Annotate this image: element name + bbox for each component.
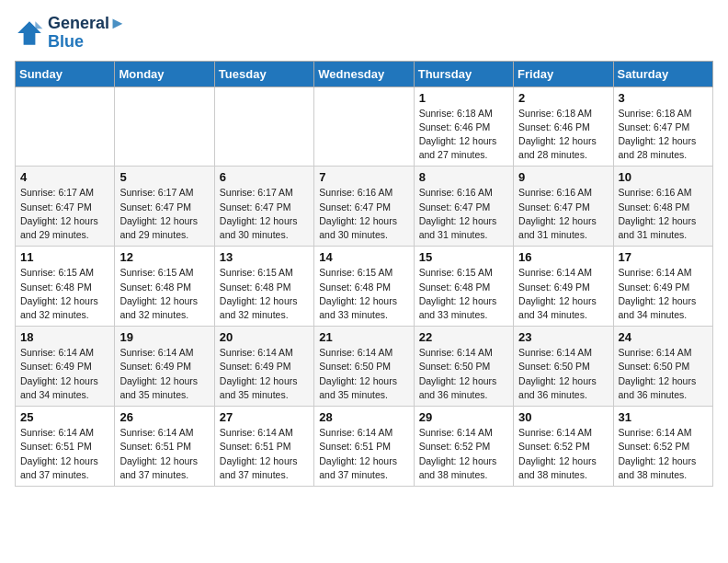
- week-row-1: 1Sunrise: 6:18 AMSunset: 6:46 PMDaylight…: [16, 86, 713, 167]
- day-cell: 25Sunrise: 6:14 AMSunset: 6:51 PMDayligh…: [16, 407, 115, 487]
- day-cell: [115, 86, 214, 167]
- day-cell: 18Sunrise: 6:14 AMSunset: 6:49 PMDayligh…: [16, 327, 115, 407]
- day-cell: [314, 86, 414, 167]
- day-info: Sunrise: 6:15 AMSunset: 6:48 PMDaylight:…: [419, 266, 508, 322]
- weekday-header-monday: Monday: [115, 61, 214, 86]
- week-row-4: 18Sunrise: 6:14 AMSunset: 6:49 PMDayligh…: [16, 327, 713, 407]
- day-cell: 4Sunrise: 6:17 AMSunset: 6:47 PMDaylight…: [16, 167, 115, 247]
- day-number: 19: [119, 330, 209, 344]
- week-row-5: 25Sunrise: 6:14 AMSunset: 6:51 PMDayligh…: [16, 407, 713, 487]
- day-cell: 12Sunrise: 6:15 AMSunset: 6:48 PMDayligh…: [115, 247, 214, 327]
- day-cell: 11Sunrise: 6:15 AMSunset: 6:48 PMDayligh…: [16, 247, 115, 327]
- day-cell: 27Sunrise: 6:14 AMSunset: 6:51 PMDayligh…: [214, 407, 313, 487]
- page-header: General► Blue: [15, 15, 713, 52]
- day-cell: 5Sunrise: 6:17 AMSunset: 6:47 PMDaylight…: [115, 167, 214, 247]
- day-number: 18: [20, 330, 109, 344]
- day-number: 24: [619, 330, 708, 344]
- day-info: Sunrise: 6:14 AMSunset: 6:51 PMDaylight:…: [119, 426, 209, 482]
- day-cell: 24Sunrise: 6:14 AMSunset: 6:50 PMDayligh…: [613, 327, 712, 407]
- svg-marker-1: [35, 21, 42, 29]
- day-cell: 14Sunrise: 6:15 AMSunset: 6:48 PMDayligh…: [314, 247, 414, 327]
- day-cell: 28Sunrise: 6:14 AMSunset: 6:51 PMDayligh…: [314, 407, 414, 487]
- day-info: Sunrise: 6:16 AMSunset: 6:48 PMDaylight:…: [619, 186, 708, 242]
- day-info: Sunrise: 6:16 AMSunset: 6:47 PMDaylight:…: [319, 186, 408, 242]
- day-cell: 3Sunrise: 6:18 AMSunset: 6:47 PMDaylight…: [613, 86, 712, 167]
- day-info: Sunrise: 6:14 AMSunset: 6:49 PMDaylight:…: [518, 266, 608, 322]
- day-info: Sunrise: 6:14 AMSunset: 6:52 PMDaylight:…: [619, 426, 708, 482]
- day-number: 15: [419, 250, 508, 264]
- weekday-header-tuesday: Tuesday: [214, 61, 313, 86]
- day-cell: 6Sunrise: 6:17 AMSunset: 6:47 PMDaylight…: [214, 167, 313, 247]
- day-info: Sunrise: 6:14 AMSunset: 6:51 PMDaylight:…: [220, 426, 309, 482]
- day-cell: 29Sunrise: 6:14 AMSunset: 6:52 PMDayligh…: [414, 407, 513, 487]
- day-number: 5: [119, 170, 209, 184]
- day-number: 14: [319, 250, 408, 264]
- day-number: 12: [119, 250, 209, 264]
- day-cell: 31Sunrise: 6:14 AMSunset: 6:52 PMDayligh…: [613, 407, 712, 487]
- week-row-3: 11Sunrise: 6:15 AMSunset: 6:48 PMDayligh…: [16, 247, 713, 327]
- day-info: Sunrise: 6:14 AMSunset: 6:49 PMDaylight:…: [20, 346, 109, 402]
- day-number: 2: [518, 91, 608, 105]
- day-cell: 21Sunrise: 6:14 AMSunset: 6:50 PMDayligh…: [314, 327, 414, 407]
- day-cell: 16Sunrise: 6:14 AMSunset: 6:49 PMDayligh…: [514, 247, 613, 327]
- weekday-header-row: SundayMondayTuesdayWednesdayThursdayFrid…: [16, 61, 713, 86]
- day-info: Sunrise: 6:14 AMSunset: 6:51 PMDaylight:…: [20, 426, 109, 482]
- day-info: Sunrise: 6:14 AMSunset: 6:50 PMDaylight:…: [419, 346, 508, 402]
- day-number: 25: [20, 410, 109, 424]
- day-number: 6: [220, 170, 309, 184]
- day-info: Sunrise: 6:18 AMSunset: 6:46 PMDaylight:…: [419, 107, 508, 163]
- day-info: Sunrise: 6:15 AMSunset: 6:48 PMDaylight:…: [119, 266, 209, 322]
- day-number: 7: [319, 170, 408, 184]
- day-cell: 10Sunrise: 6:16 AMSunset: 6:48 PMDayligh…: [613, 167, 712, 247]
- day-info: Sunrise: 6:16 AMSunset: 6:47 PMDaylight:…: [518, 186, 608, 242]
- weekday-header-sunday: Sunday: [16, 61, 115, 86]
- logo: General► Blue: [15, 15, 126, 52]
- day-number: 16: [518, 250, 608, 264]
- day-number: 20: [220, 330, 309, 344]
- day-cell: 15Sunrise: 6:15 AMSunset: 6:48 PMDayligh…: [414, 247, 513, 327]
- day-info: Sunrise: 6:14 AMSunset: 6:49 PMDaylight:…: [220, 346, 309, 402]
- weekday-header-thursday: Thursday: [414, 61, 513, 86]
- day-number: 29: [419, 410, 508, 424]
- day-number: 17: [619, 250, 708, 264]
- day-number: 21: [319, 330, 408, 344]
- day-info: Sunrise: 6:14 AMSunset: 6:49 PMDaylight:…: [619, 266, 708, 322]
- day-info: Sunrise: 6:18 AMSunset: 6:47 PMDaylight:…: [619, 107, 708, 163]
- day-number: 4: [20, 170, 109, 184]
- day-number: 31: [619, 410, 708, 424]
- weekday-header-wednesday: Wednesday: [314, 61, 414, 86]
- day-info: Sunrise: 6:15 AMSunset: 6:48 PMDaylight:…: [319, 266, 408, 322]
- day-info: Sunrise: 6:14 AMSunset: 6:50 PMDaylight:…: [319, 346, 408, 402]
- day-info: Sunrise: 6:17 AMSunset: 6:47 PMDaylight:…: [20, 186, 109, 242]
- day-number: 23: [518, 330, 608, 344]
- day-cell: 8Sunrise: 6:16 AMSunset: 6:47 PMDaylight…: [414, 167, 513, 247]
- day-cell: 19Sunrise: 6:14 AMSunset: 6:49 PMDayligh…: [115, 327, 214, 407]
- day-number: 27: [220, 410, 309, 424]
- day-info: Sunrise: 6:15 AMSunset: 6:48 PMDaylight:…: [220, 266, 309, 322]
- day-cell: 13Sunrise: 6:15 AMSunset: 6:48 PMDayligh…: [214, 247, 313, 327]
- day-cell: 2Sunrise: 6:18 AMSunset: 6:46 PMDaylight…: [514, 86, 613, 167]
- weekday-header-saturday: Saturday: [613, 61, 712, 86]
- day-info: Sunrise: 6:17 AMSunset: 6:47 PMDaylight:…: [220, 186, 309, 242]
- calendar-table: SundayMondayTuesdayWednesdayThursdayFrid…: [15, 61, 713, 487]
- day-cell: 30Sunrise: 6:14 AMSunset: 6:52 PMDayligh…: [514, 407, 613, 487]
- day-cell: 26Sunrise: 6:14 AMSunset: 6:51 PMDayligh…: [115, 407, 214, 487]
- day-info: Sunrise: 6:18 AMSunset: 6:46 PMDaylight:…: [518, 107, 608, 163]
- day-cell: 23Sunrise: 6:14 AMSunset: 6:50 PMDayligh…: [514, 327, 613, 407]
- day-number: 8: [419, 170, 508, 184]
- day-number: 26: [119, 410, 209, 424]
- day-number: 10: [619, 170, 708, 184]
- day-cell: 22Sunrise: 6:14 AMSunset: 6:50 PMDayligh…: [414, 327, 513, 407]
- day-number: 30: [518, 410, 608, 424]
- day-info: Sunrise: 6:14 AMSunset: 6:52 PMDaylight:…: [419, 426, 508, 482]
- day-info: Sunrise: 6:14 AMSunset: 6:51 PMDaylight:…: [319, 426, 408, 482]
- day-cell: [214, 86, 313, 167]
- day-info: Sunrise: 6:16 AMSunset: 6:47 PMDaylight:…: [419, 186, 508, 242]
- weekday-header-friday: Friday: [514, 61, 613, 86]
- day-number: 1: [419, 91, 508, 105]
- day-info: Sunrise: 6:14 AMSunset: 6:49 PMDaylight:…: [119, 346, 209, 402]
- day-info: Sunrise: 6:15 AMSunset: 6:48 PMDaylight:…: [20, 266, 109, 322]
- day-info: Sunrise: 6:14 AMSunset: 6:50 PMDaylight:…: [619, 346, 708, 402]
- day-info: Sunrise: 6:17 AMSunset: 6:47 PMDaylight:…: [119, 186, 209, 242]
- day-number: 3: [619, 91, 708, 105]
